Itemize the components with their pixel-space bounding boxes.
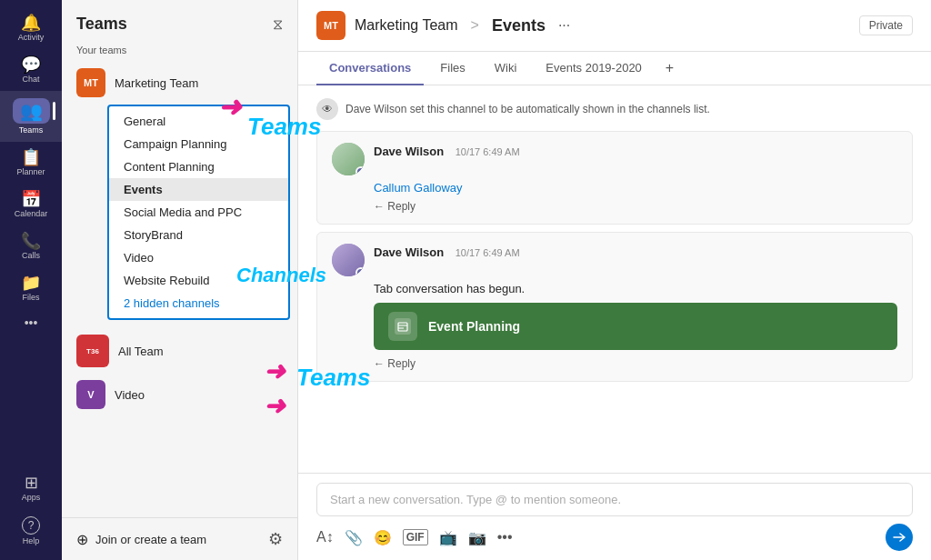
event-card-name: Event Planning (428, 319, 520, 334)
meeting-icon[interactable]: 📷 (468, 529, 486, 546)
channel-storybrand[interactable]: StoryBrand (109, 224, 288, 246)
avatar-badge-1 (355, 166, 365, 175)
channel-avatar: MT (316, 11, 345, 40)
teams-sidebar: Teams ⧖ Your teams MT Marketing Team Gen… (62, 0, 298, 560)
reply-action-2[interactable]: ← Reply (374, 357, 897, 370)
message-link-1[interactable]: Callum Galloway (374, 181, 463, 195)
channel-header: MT Marketing Team > Events ··· Private (298, 0, 931, 52)
activity-icon: 🔔 (21, 15, 41, 31)
sticker-icon[interactable]: 📺 (439, 529, 457, 546)
sidebar-title: Teams (76, 15, 127, 34)
system-icon: 👁 (316, 98, 338, 120)
settings-icon[interactable]: ⚙ (268, 529, 283, 549)
allteam-name: All Team (118, 345, 164, 358)
message-text-2: Tab conversation has begun. (374, 282, 525, 295)
nav-label-planner: Planner (16, 167, 45, 176)
format-icon[interactable]: A↕ (316, 529, 334, 545)
nav-item-planner[interactable]: 📋 Planner (0, 142, 62, 184)
nav-item-apps[interactable]: ⊞ Apps (0, 467, 62, 509)
nav-label-help: Help (23, 536, 40, 545)
filter-icon[interactable]: ⧖ (273, 16, 283, 33)
tab-conversations[interactable]: Conversations (316, 52, 424, 85)
private-badge: Private (859, 15, 913, 35)
nav-item-teams[interactable]: 👥 Teams (0, 91, 62, 142)
message-avatar-2 (332, 244, 365, 276)
system-message: 👁 Dave Wilson set this channel to be aut… (316, 95, 913, 127)
message-input[interactable]: Start a new conversation. Type @ to ment… (316, 483, 913, 516)
event-card-icon (388, 312, 417, 341)
input-toolbar: A↕ 📎 😊 GIF 📺 📷 ••• (316, 524, 913, 551)
emoji-icon[interactable]: 😊 (374, 529, 392, 546)
video-avatar: V (76, 380, 105, 409)
nav-label-calendar: Calendar (15, 209, 48, 218)
more-options-icon[interactable]: ••• (497, 529, 513, 545)
team-item-allteam[interactable]: T36 All Team (62, 327, 297, 375)
apps-icon: ⊞ (25, 475, 38, 491)
channel-team-name: Marketing Team (355, 17, 458, 34)
teams-icon-wrap: 👥 (13, 98, 50, 124)
channels-dropdown: General Campaign Planning Content Planni… (107, 105, 290, 320)
message-body-1: Callum Galloway (374, 181, 897, 195)
reply-label-1: ← Reply (374, 200, 415, 213)
messages-area: 👁 Dave Wilson set this channel to be aut… (298, 85, 931, 473)
sidebar-bottom: ⊕ Join or create a team ⚙ (62, 517, 297, 560)
channel-social[interactable]: Social Media and PPC (109, 201, 288, 224)
nav-item-chat[interactable]: 💬 Chat (0, 49, 62, 91)
message-meta-1: Dave Wilson 10/17 6:49 AM (374, 143, 520, 159)
reply-label-2: ← Reply (374, 357, 415, 370)
nav-item-calendar[interactable]: 📅 Calendar (0, 184, 62, 225)
nav-label-activity: Activity (18, 33, 45, 42)
message-card-2: Dave Wilson 10/17 6:49 AM Tab conversati… (316, 232, 913, 382)
nav-label-apps: Apps (22, 493, 41, 502)
message-time-1: 10/17 6:49 AM (455, 146, 520, 157)
message-meta-2: Dave Wilson 10/17 6:49 AM (374, 244, 520, 260)
input-placeholder: Start a new conversation. Type @ to ment… (330, 493, 621, 506)
hidden-channels[interactable]: 2 hidden channels (109, 292, 288, 315)
channel-general[interactable]: General (109, 110, 288, 133)
team-item-video[interactable]: V Video (62, 375, 297, 415)
tab-events2019[interactable]: Events 2019-2020 (533, 52, 655, 85)
nav-item-help[interactable]: ? Help (0, 509, 62, 553)
more-icon: ••• (25, 316, 38, 329)
separator: > (471, 17, 479, 34)
gif-icon[interactable]: GIF (403, 529, 428, 545)
calendar-icon: 📅 (21, 191, 41, 207)
channel-tabs: Conversations Files Wiki Events 2019-202… (298, 52, 931, 85)
marketing-avatar: MT (76, 68, 105, 97)
message-author-1: Dave Wilson (374, 145, 444, 158)
tab-wiki[interactable]: Wiki (482, 52, 530, 85)
join-create-team[interactable]: ⊕ Join or create a team (76, 531, 206, 548)
calls-icon: 📞 (21, 233, 41, 249)
channel-video[interactable]: Video (109, 246, 288, 269)
tab-files[interactable]: Files (427, 52, 477, 85)
teams-icon: 👥 (20, 101, 43, 121)
input-area: Start a new conversation. Type @ to ment… (298, 473, 931, 560)
attach-icon[interactable]: 📎 (345, 529, 363, 546)
message-card-1: Dave Wilson 10/17 6:49 AM Callum Gallowa… (316, 131, 913, 225)
video-team-name: Video (115, 388, 145, 402)
channel-content[interactable]: Content Planning (109, 155, 288, 178)
avatar-badge-2 (355, 267, 365, 276)
channel-website[interactable]: Website Rebuild (109, 269, 288, 292)
event-planning-card[interactable]: Event Planning (374, 303, 897, 350)
nav-item-calls[interactable]: 📞 Calls (0, 225, 62, 267)
help-icon: ? (22, 516, 40, 535)
nav-item-activity[interactable]: 🔔 Activity (0, 7, 62, 49)
message-body-2: Tab conversation has begun. Event Planni… (374, 282, 897, 350)
team-item-marketing[interactable]: MT Marketing Team (62, 63, 297, 103)
chat-icon: 💬 (21, 56, 41, 73)
message-author-2: Dave Wilson (374, 245, 444, 259)
reply-action-1[interactable]: ← Reply (374, 200, 897, 213)
channel-dots[interactable]: ··· (558, 17, 570, 34)
channel-campaign[interactable]: Campaign Planning (109, 133, 288, 155)
nav-label-chat: Chat (22, 75, 39, 84)
channel-events[interactable]: Events (109, 178, 288, 201)
nav-label-calls: Calls (22, 251, 40, 260)
message-header-2: Dave Wilson 10/17 6:49 AM (332, 244, 897, 276)
send-button[interactable] (886, 524, 913, 551)
your-teams-label: Your teams (62, 41, 297, 63)
nav-item-files[interactable]: 📁 Files (0, 267, 62, 309)
tab-add-button[interactable]: + (658, 53, 681, 84)
nav-label-teams: Teams (19, 125, 44, 135)
nav-item-more[interactable]: ••• (0, 309, 62, 336)
